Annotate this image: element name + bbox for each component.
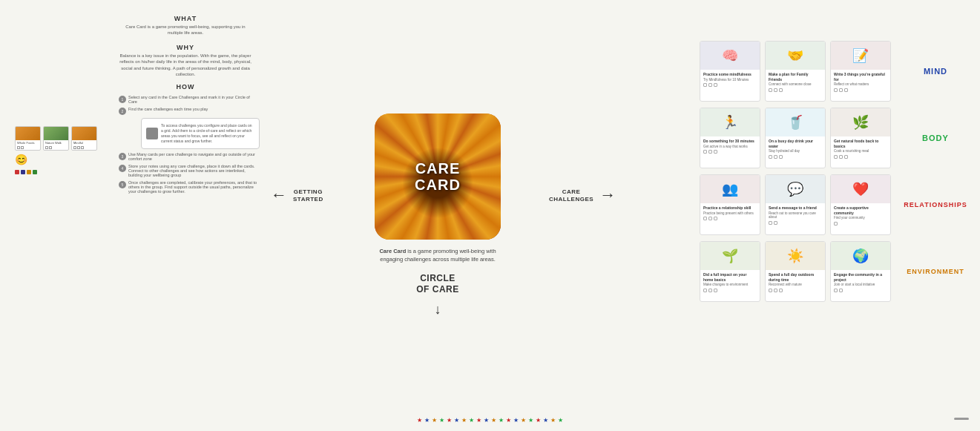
card-title: Get natural foods back to basics <box>834 139 887 148</box>
step-num-1: 1 <box>119 96 126 103</box>
relationships-category: RELATIONSHIPS <box>898 174 973 235</box>
step-num-2: 2 <box>119 108 126 115</box>
star-icon: ★ <box>469 417 474 424</box>
star-icon: ★ <box>447 417 452 424</box>
environment-label: ENVIRONMENT <box>898 268 973 275</box>
nav-care-challenges[interactable]: CARECHALLENGES → <box>549 185 616 205</box>
dot <box>714 150 717 154</box>
dot <box>844 155 848 159</box>
mind-card-3[interactable]: 📝 Write 3 things you're grateful for Ref… <box>830 41 891 102</box>
water-icon: 🥤 <box>787 114 803 131</box>
body-card-2[interactable]: 🥤 On a busy day drink your water Stay hy… <box>765 108 826 168</box>
card-dots <box>703 83 757 87</box>
card-dots <box>834 222 887 226</box>
card-desc: Make changes to environment <box>703 283 757 287</box>
mini-card-row-1: Whole Foods Nature Walk Mindful <box>15 126 104 151</box>
mini-card-row-2: 😊 <box>15 154 104 165</box>
mini-card-img <box>44 127 68 140</box>
star-icon: ★ <box>484 417 489 424</box>
card-body: Did a full impact on your home basics Ma… <box>700 270 760 301</box>
mini-card-dots <box>72 145 96 150</box>
right-arrow-icon[interactable]: → <box>599 185 616 205</box>
star-icon: ★ <box>499 417 504 424</box>
card-desc: Reflect on what matters <box>834 82 887 87</box>
list-item[interactable]: Whole Foods <box>15 126 41 151</box>
rel-card-1[interactable]: 👥 Practice a relationship skill Practice… <box>700 174 760 235</box>
dot <box>73 146 76 149</box>
dot <box>49 146 52 149</box>
body-card-1[interactable]: 🏃 Do something for 30 minutes Get active… <box>700 108 760 168</box>
dot <box>774 88 777 92</box>
scroll-indicator[interactable] <box>954 418 969 420</box>
card-desc: Stay hydrated all day <box>769 149 822 154</box>
card-desc: Join or start a local initiative <box>834 283 887 287</box>
mini-card-dots-row <box>15 170 104 174</box>
card-dots <box>769 221 822 225</box>
card-header: 🥤 <box>766 108 825 136</box>
cards-grid: 🧠 Practice some mindfulness Try Mindfuln… <box>700 41 891 302</box>
how-title: HOW <box>111 83 260 91</box>
card-title: Do something for 30 minutes <box>703 139 757 144</box>
card-desc: Connect with someone close <box>769 82 822 87</box>
globe-icon: 🌍 <box>852 248 869 264</box>
card-dots <box>769 88 822 92</box>
dot <box>708 150 712 154</box>
card-title: Engage the community in a project <box>834 272 887 282</box>
dot <box>81 146 84 149</box>
card-dots <box>769 289 822 292</box>
nav-left-container[interactable]: ← GETTINGSTARTED <box>271 185 323 205</box>
nav-right-container[interactable]: CARECHALLENGES → <box>549 185 616 205</box>
info-panel: WHAT Care Card is a game promoting well-… <box>111 15 260 197</box>
dot <box>839 88 843 92</box>
step-text-4: Store your notes using any care challeng… <box>128 164 260 177</box>
dot-blue <box>21 170 25 174</box>
step-num-3: 3 <box>119 153 126 160</box>
star-icon: ★ <box>417 417 422 424</box>
rel-card-3[interactable]: ❤️ Create a supportive community Find yo… <box>830 174 891 235</box>
card-body: Get natural foods back to basics Cook a … <box>831 136 890 168</box>
mini-card-text: Whole Foods <box>16 140 40 145</box>
card-header: 🏃 <box>700 108 760 136</box>
nav-getting-started[interactable]: ← GETTINGSTARTED <box>271 185 323 205</box>
left-arrow-icon[interactable]: ← <box>271 185 287 205</box>
card-dots <box>769 155 822 159</box>
env-card-2[interactable]: ☀️ Spend a full day outdoors during time… <box>765 241 826 302</box>
card-body: On a busy day drink your water Stay hydr… <box>766 136 825 168</box>
dot <box>17 146 20 149</box>
step-num-5: 5 <box>119 181 126 188</box>
dot <box>45 146 48 149</box>
star-icon: ★ <box>432 417 437 424</box>
group-icon: 👥 <box>722 181 738 197</box>
body-card-3[interactable]: 🌿 Get natural foods back to basics Cook … <box>830 108 891 168</box>
env-card-3[interactable]: 🌍 Engage the community in a project Join… <box>830 241 891 302</box>
plant-icon: 🌱 <box>722 248 738 264</box>
step-text-1: Select any card in the Care Challenges a… <box>128 95 260 104</box>
run-icon: 🏃 <box>722 114 738 131</box>
step-2: 2 Find the care challenges each time you… <box>119 107 260 115</box>
card-desc: Get active in a way that works <box>703 145 757 149</box>
dot <box>703 289 707 292</box>
mind-card-1[interactable]: 🧠 Practice some mindfulness Try Mindfuln… <box>700 41 760 102</box>
care-card-name: Care Card <box>379 248 406 254</box>
dot <box>703 150 707 154</box>
mind-category: MIND <box>898 41 973 102</box>
star-icon: ★ <box>454 417 459 424</box>
card-header: ☀️ <box>766 242 825 270</box>
card-header: 🧠 <box>700 42 760 70</box>
list-item[interactable]: Mindful <box>71 126 97 151</box>
env-card-1[interactable]: 🌱 Did a full impact on your home basics … <box>700 241 760 302</box>
mind-cards-row: 🧠 Practice some mindfulness Try Mindfuln… <box>700 41 891 102</box>
list-item[interactable]: Nature Walk <box>43 126 69 151</box>
why-text: Balance is a key issue in the population… <box>119 53 252 78</box>
mind-label: MIND <box>898 67 973 76</box>
rel-card-2[interactable]: 💬 Send a message to a friend Reach out t… <box>765 174 826 235</box>
down-arrow-icon[interactable]: ↓ <box>435 302 441 318</box>
card-dots <box>834 289 887 292</box>
brain-icon: 🧠 <box>722 47 738 64</box>
getting-started-label: GETTINGSTARTED <box>293 188 323 204</box>
note-icon: 📝 <box>852 47 869 64</box>
dot <box>834 88 838 92</box>
step-text-5: Once challenges are completed, calibrate… <box>128 180 260 194</box>
card-header: ❤️ <box>831 175 890 203</box>
mind-card-2[interactable]: 🤝 Make a plan for Family Friends Connect… <box>765 41 826 102</box>
